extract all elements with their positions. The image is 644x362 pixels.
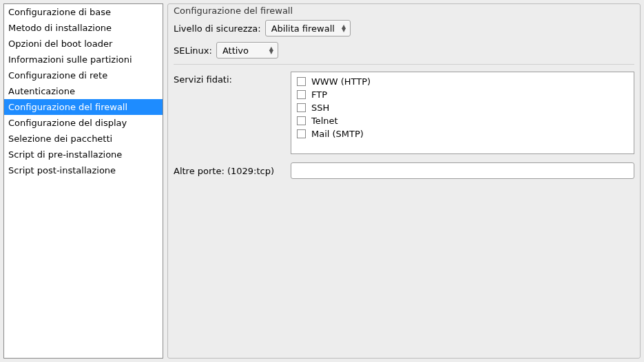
checkbox[interactable] bbox=[297, 103, 306, 112]
security-level-select[interactable]: Abilita firewall ▲▼ bbox=[265, 20, 351, 36]
security-level-label: Livello di sicurezza: bbox=[174, 23, 261, 34]
other-ports-input[interactable] bbox=[291, 162, 634, 179]
sidebar: Configurazione di base Metodo di install… bbox=[3, 3, 163, 359]
trusted-services-label: Servizi fidati: bbox=[174, 72, 284, 85]
sidebar-item-label: Informazioni sulle partizioni bbox=[8, 54, 132, 65]
sidebar-item-partition-info[interactable]: Informazioni sulle partizioni bbox=[4, 52, 163, 67]
other-ports-label: Altre porte: (1029:tcp) bbox=[174, 166, 284, 176]
checkbox[interactable] bbox=[297, 116, 306, 125]
divider bbox=[174, 64, 634, 65]
sidebar-item-post-install-script[interactable]: Script post-installazione bbox=[4, 162, 163, 178]
security-level-value: Abilita firewall bbox=[271, 23, 335, 34]
other-ports-row: Altre porte: (1029:tcp) bbox=[174, 162, 634, 179]
sidebar-item-display-config[interactable]: Configurazione del display bbox=[4, 115, 163, 131]
checkbox[interactable] bbox=[297, 90, 306, 99]
panel-title: Configurazione del firewall bbox=[174, 6, 634, 16]
sidebar-item-boot-loader[interactable]: Opzioni del boot loader bbox=[4, 36, 163, 52]
sidebar-item-pre-install-script[interactable]: Script di pre-installazione bbox=[4, 147, 163, 162]
sidebar-item-package-selection[interactable]: Selezione dei pacchetti bbox=[4, 131, 163, 147]
sidebar-item-network-config[interactable]: Configurazione di rete bbox=[4, 67, 163, 83]
selinux-value: Attivo bbox=[222, 45, 249, 56]
service-item-ssh[interactable]: SSH bbox=[291, 101, 634, 114]
service-label: Mail (SMTP) bbox=[311, 129, 364, 139]
service-item-ftp[interactable]: FTP bbox=[291, 88, 634, 101]
service-label: SSH bbox=[311, 103, 329, 113]
selinux-select[interactable]: Attivo ▲▼ bbox=[216, 42, 278, 58]
spinner-icon: ▲▼ bbox=[342, 25, 346, 32]
sidebar-item-label: Configurazione di rete bbox=[8, 70, 107, 81]
sidebar-item-label: Opzioni del boot loader bbox=[8, 39, 112, 49]
selinux-row: SELinux: Attivo ▲▼ bbox=[174, 42, 634, 58]
service-label: WWW (HTTP) bbox=[311, 76, 371, 87]
main-panel: Configurazione del firewall Livello di s… bbox=[167, 3, 641, 359]
checkbox[interactable] bbox=[297, 129, 306, 138]
sidebar-item-label: Configurazione del firewall bbox=[8, 102, 127, 112]
selinux-label: SELinux: bbox=[174, 45, 212, 56]
sidebar-item-firewall[interactable]: Configurazione del firewall bbox=[4, 99, 163, 115]
sidebar-item-label: Metodo di installazione bbox=[8, 23, 112, 33]
sidebar-item-label: Configurazione di base bbox=[8, 7, 111, 17]
trusted-services-list: WWW (HTTP) FTP SSH Telnet Mail (SMTP) bbox=[291, 72, 634, 154]
sidebar-item-label: Autenticazione bbox=[8, 86, 75, 96]
checkbox[interactable] bbox=[297, 77, 306, 86]
sidebar-item-label: Script post-installazione bbox=[8, 165, 116, 175]
sidebar-item-label: Selezione dei pacchetti bbox=[8, 134, 112, 144]
service-item-www[interactable]: WWW (HTTP) bbox=[291, 75, 634, 88]
sidebar-item-install-method[interactable]: Metodo di installazione bbox=[4, 20, 163, 36]
trusted-services-row: Servizi fidati: WWW (HTTP) FTP SSH Telne… bbox=[174, 72, 634, 154]
sidebar-item-base-config[interactable]: Configurazione di base bbox=[4, 4, 163, 20]
service-item-telnet[interactable]: Telnet bbox=[291, 114, 634, 127]
security-level-row: Livello di sicurezza: Abilita firewall ▲… bbox=[174, 20, 634, 36]
service-label: FTP bbox=[311, 89, 327, 100]
service-item-mail[interactable]: Mail (SMTP) bbox=[291, 127, 634, 140]
spinner-icon: ▲▼ bbox=[269, 47, 273, 54]
service-label: Telnet bbox=[311, 116, 338, 126]
sidebar-item-authentication[interactable]: Autenticazione bbox=[4, 83, 163, 99]
sidebar-item-label: Script di pre-installazione bbox=[8, 149, 122, 160]
sidebar-item-label: Configurazione del display bbox=[8, 118, 127, 128]
